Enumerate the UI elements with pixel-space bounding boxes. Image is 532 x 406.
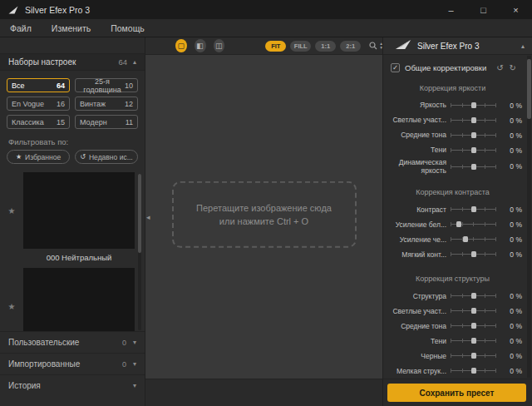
favorite-star-icon[interactable]: ★ <box>0 206 23 215</box>
scrollbar-thumb[interactable] <box>138 174 141 253</box>
slider-row: Мелкая струк... 0 % <box>383 364 522 378</box>
presets-panel-header[interactable]: Наборы настроек 64 ▴ <box>0 53 145 71</box>
highlights-slider[interactable] <box>451 117 496 123</box>
redo-icon[interactable]: ↻ <box>510 63 516 72</box>
section-label: Пользовательские <box>8 338 79 347</box>
minimize-button[interactable]: – <box>435 0 467 19</box>
structure-slider[interactable] <box>451 293 496 299</box>
global-adjustments-row: ✓ Общие корректировки ↺ ↻ <box>383 58 532 77</box>
slider-handle[interactable] <box>463 236 468 242</box>
category-vintage[interactable]: Винтаж 12 <box>75 97 138 111</box>
slider-row: Усиление че... 0 % <box>383 232 522 246</box>
chevron-down-icon[interactable]: ▾ <box>133 339 136 346</box>
preset-thumbnail[interactable] <box>23 172 135 249</box>
slider-handle[interactable] <box>471 206 476 212</box>
slider-handle[interactable] <box>471 147 476 153</box>
menu-file[interactable]: Файл <box>0 19 42 37</box>
chevron-up-icon[interactable]: ▴ <box>521 42 525 50</box>
zoom-2-1-button[interactable]: 2:1 <box>340 41 361 52</box>
presets-panel: Наборы настроек 64 ▴ Все 64 25-я годовщи… <box>0 37 145 406</box>
filter-by-label: Фильтровать по: <box>0 129 145 150</box>
slider-handle[interactable] <box>471 251 476 257</box>
slider-handle[interactable] <box>471 308 476 314</box>
slider-handle[interactable] <box>471 368 476 374</box>
history-icon: ↺ <box>80 153 86 161</box>
structure-shadows-slider[interactable] <box>451 338 496 344</box>
soft-contrast-slider[interactable] <box>451 251 496 257</box>
section-history[interactable]: История ▾ <box>0 374 145 396</box>
close-button[interactable]: × <box>500 0 532 19</box>
slider-row: Контраст 0 % <box>383 202 522 216</box>
section-imported-presets[interactable]: Импортированные 0 ▾ <box>0 353 145 374</box>
slider-value: 0 % <box>500 220 522 229</box>
zoom-fit-button[interactable]: FIT <box>265 41 286 52</box>
favorite-star-icon[interactable]: ★ <box>0 302 23 311</box>
category-count: 10 <box>125 82 133 90</box>
slider-handle[interactable] <box>471 293 476 299</box>
amplify-blacks-slider[interactable] <box>451 236 496 242</box>
split-preview-button[interactable]: ◧ <box>195 39 206 52</box>
structure-highlights-slider[interactable] <box>451 308 496 314</box>
global-adjustments-label: Общие корректировки <box>405 63 486 72</box>
category-en-vogue[interactable]: En Vogue 16 <box>7 97 70 111</box>
collapse-left-panel-icon[interactable]: ◂ <box>146 213 150 221</box>
slider-value: 0 % <box>500 235 522 244</box>
favorites-filter-button[interactable]: ★ Избранное <box>7 150 70 164</box>
slider-handle[interactable] <box>471 164 476 170</box>
zoom-1-1-button[interactable]: 1:1 <box>315 41 336 52</box>
preset-item-neutral[interactable]: ★ <box>0 172 135 249</box>
section-custom-presets[interactable]: Пользовательские 0 ▾ <box>0 331 145 353</box>
reset-icon[interactable]: ↺ <box>496 63 503 72</box>
window-title: Silver Efex Pro 3 <box>25 5 90 15</box>
chevron-up-icon[interactable]: ▴ <box>133 58 136 66</box>
maximize-button[interactable]: □ <box>467 0 500 19</box>
category-25th-anniversary[interactable]: 25-я годовщина 10 <box>75 78 138 92</box>
slider-handle[interactable] <box>471 353 476 359</box>
scrollbar-thumb[interactable] <box>527 59 531 119</box>
recently-used-filter-button[interactable]: ↺ Недавно ис... <box>75 150 138 164</box>
image-canvas[interactable]: ◂ Перетащите изображение сюда или нажмит… <box>145 55 382 379</box>
category-modern[interactable]: Модерн 11 <box>75 115 138 129</box>
chevron-down-icon[interactable]: ▾ <box>133 382 136 389</box>
preview-area: ▢ ◧ ◫ FIT FILL 1:1 2:1 ▴ ▾ <box>145 37 382 406</box>
dynamic-brightness-slider[interactable] <box>451 164 496 170</box>
preset-thumbnail[interactable] <box>23 268 135 331</box>
shadows-slider[interactable] <box>451 147 496 153</box>
slider-handle[interactable] <box>471 323 476 329</box>
slider-handle[interactable] <box>471 338 476 344</box>
global-adjustments-checkbox[interactable]: ✓ <box>391 63 400 72</box>
chevron-down-icon[interactable]: ▾ <box>133 360 136 368</box>
preset-item[interactable]: ★ <box>0 268 135 331</box>
blacks-slider[interactable] <box>451 353 496 359</box>
adjustments-scrollbar[interactable] <box>527 56 531 378</box>
slider-handle[interactable] <box>456 221 461 227</box>
preset-list[interactable]: ★ 000 Нейтральный ★ <box>0 172 145 331</box>
slider-value: 0 % <box>500 116 522 125</box>
save-preset-button[interactable]: Сохранить пресет <box>387 384 526 402</box>
slider-label: Мягкий конт... <box>387 250 446 259</box>
menu-help[interactable]: Помощь <box>101 19 155 37</box>
slider-label: Черные <box>387 352 446 360</box>
side-by-side-view-button[interactable]: ◫ <box>214 39 225 52</box>
category-all[interactable]: Все 64 <box>7 78 70 92</box>
zoom-fill-button[interactable]: FILL <box>290 41 311 52</box>
zoom-level-stepper[interactable]: ▴ ▾ <box>369 42 382 50</box>
single-view-button[interactable]: ▢ <box>175 39 187 52</box>
slider-handle[interactable] <box>471 102 476 108</box>
amplify-whites-slider[interactable] <box>451 221 496 227</box>
category-count: 12 <box>125 100 133 108</box>
preset-list-scrollbar[interactable] <box>138 174 141 330</box>
structure-midtones-slider[interactable] <box>451 323 496 329</box>
slider-handle[interactable] <box>471 117 476 123</box>
image-drop-zone[interactable]: Перетащите изображение сюда или нажмите … <box>172 181 357 247</box>
menu-edit[interactable]: Изменить <box>42 19 101 37</box>
contrast-slider[interactable] <box>451 206 496 212</box>
slider-handle[interactable] <box>471 132 476 138</box>
preset-name: 000 Нейтральный <box>0 249 135 268</box>
category-classic[interactable]: Классика 15 <box>7 115 70 129</box>
slider-row: Динамическая яркость 0 % <box>383 158 522 175</box>
fine-structure-slider[interactable] <box>451 368 496 374</box>
midtones-slider[interactable] <box>451 132 496 138</box>
section-count: 0 <box>122 360 126 369</box>
brightness-slider[interactable] <box>451 102 496 108</box>
